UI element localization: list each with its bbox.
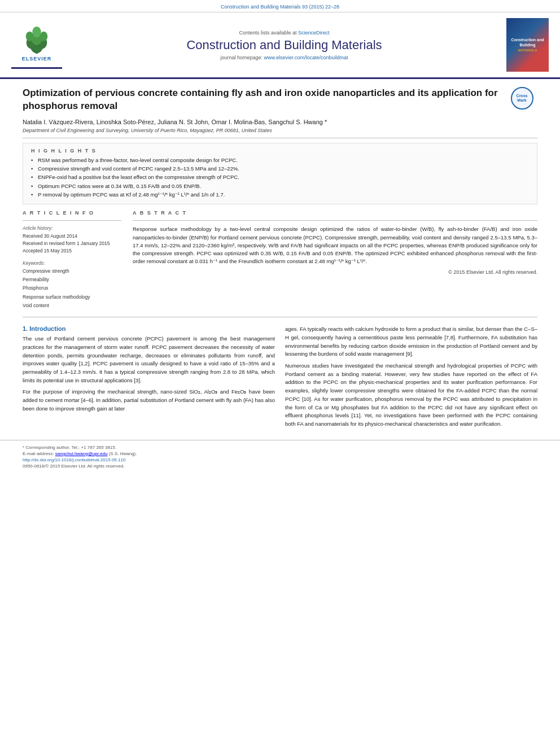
- highlight-item-1: RSM was performed by a three-factor, two…: [31, 156, 529, 164]
- accepted-date: Accepted 15 May 2015: [23, 247, 121, 255]
- divider-4: [23, 317, 537, 317]
- cover-title: Construction and Building: [509, 38, 546, 47]
- abstract-label: A B S T R A C T: [133, 210, 537, 216]
- keywords-label: Keywords:: [23, 260, 121, 266]
- highlights-list: RSM was performed by a three-factor, two…: [31, 156, 529, 198]
- elsevier-tree-icon: [17, 27, 56, 55]
- keyword-4: Response surface methodology: [23, 293, 121, 302]
- highlight-item-5: P removal by optimum PCPC was at Kf of 2…: [31, 191, 529, 198]
- introduction-section: 1. Introduction The use of Portland ceme…: [23, 325, 537, 432]
- intro-para-2: For the purpose of improving the mechani…: [23, 388, 275, 413]
- keyword-2: Permeability: [23, 276, 121, 284]
- highlight-item-3: ENPFe-oxid had a positive but the least …: [31, 173, 529, 181]
- article-info-label: A R T I C L E I N F O: [23, 210, 121, 216]
- keyword-1: Compressive strength: [23, 267, 121, 276]
- email-suffix: (S.S. Hwang).: [109, 451, 137, 456]
- abstract-column: A B S T R A C T Response surface methodo…: [133, 210, 537, 310]
- history-label: Article history:: [23, 225, 121, 231]
- revised-date: Received in revised form 1 January 2015: [23, 240, 121, 247]
- intro-para-3: ages. FA typically reacts with calcium h…: [285, 325, 537, 359]
- top-bar: Construction and Building Materials 93 (…: [0, 0, 560, 12]
- footer-corresponding-note: * Corresponding author. Tel.: +1 787 265…: [23, 445, 537, 450]
- article-body: Optimization of pervious concrete contai…: [0, 79, 560, 440]
- journal-cover-image: Construction and Building MATERIALS: [506, 18, 549, 72]
- article-info-abstract-section: A R T I C L E I N F O Article history: R…: [23, 210, 537, 310]
- divider-2: [23, 220, 121, 221]
- page: Construction and Building Materials 93 (…: [0, 0, 560, 747]
- journal-center-section: Contents lists available at ScienceDirec…: [73, 30, 495, 60]
- crossmark-badge[interactable]: CrossMark: [506, 87, 537, 110]
- abstract-text: Response surface methodology by a two-le…: [133, 225, 537, 265]
- journal-main-title: Construction and Building Materials: [73, 38, 495, 53]
- highlight-item-2: Compressive strength and void content of…: [31, 165, 529, 172]
- sciencedirect-line: Contents lists available at ScienceDirec…: [73, 30, 495, 36]
- authors-line: Natalia I. Vázquez-Rivera, Linoshka Soto…: [23, 119, 537, 125]
- email-link[interactable]: sangchul.hwang@upr.edu: [55, 451, 108, 456]
- issn-line: 0950-0618/© 2015 Elsevier Ltd. All right…: [23, 464, 537, 469]
- intro-para-1: The use of Portland cement pervious conc…: [23, 335, 275, 385]
- svg-point-6: [40, 32, 47, 41]
- intro-col-right: ages. FA typically reacts with calcium h…: [285, 325, 537, 432]
- received-date: Received 30 August 2014: [23, 233, 121, 240]
- email-label: E-mail address:: [23, 451, 54, 456]
- keywords-list: Compressive strength Permeability Phosph…: [23, 267, 121, 310]
- footer: * Corresponding author. Tel.: +1 787 265…: [0, 440, 560, 474]
- keyword-5: Void content: [23, 302, 121, 310]
- copyright-line: © 2015 Elsevier Ltd. All rights reserved…: [133, 269, 537, 275]
- article-info-column: A R T I C L E I N F O Article history: R…: [23, 210, 121, 310]
- keyword-3: Phosphorus: [23, 284, 121, 292]
- crossmark-icon: CrossMark: [511, 87, 533, 110]
- divider-3: [133, 220, 537, 221]
- cover-subtitle: MATERIALS: [518, 49, 537, 52]
- journal-homepage-line: journal homepage: www.elsevier.com/locat…: [73, 55, 495, 60]
- affiliation-text: Department of Civil Engineering and Surv…: [23, 128, 537, 133]
- intro-heading: 1. Introduction: [23, 325, 275, 332]
- divider-1: [23, 138, 537, 138]
- svg-point-5: [26, 32, 33, 41]
- article-title-section: Optimization of pervious concrete contai…: [23, 87, 537, 113]
- doi-link[interactable]: http://dx.doi.org/10.1016/j.conbuildmat.…: [23, 457, 537, 462]
- sciencedirect-link[interactable]: ScienceDirect: [298, 30, 330, 36]
- highlights-section: H I G H L I G H T S RSM was performed by…: [23, 143, 537, 204]
- intro-para-4: Numerous studies have investigated the m…: [285, 362, 537, 429]
- svg-point-7: [32, 27, 41, 37]
- elsevier-logo-section: ELSEVIER: [11, 21, 62, 69]
- intro-col-left: 1. Introduction The use of Portland ceme…: [23, 325, 275, 432]
- journal-homepage-link[interactable]: www.elsevier.com/locate/conbuildmat: [264, 55, 348, 60]
- article-title-text: Optimization of pervious concrete contai…: [23, 88, 498, 111]
- journal-reference-link[interactable]: Construction and Building Materials 93 (…: [221, 4, 339, 10]
- footer-email-line: E-mail address: sangchul.hwang@upr.edu (…: [23, 451, 537, 456]
- journal-header: ELSEVIER Contents lists available at Sci…: [0, 12, 560, 79]
- highlight-item-4: Optimum PCPC ratios were at 0.34 W/B, 0.…: [31, 182, 529, 190]
- highlights-title: H I G H L I G H T S: [31, 148, 529, 154]
- elsevier-brand-text: ELSEVIER: [22, 56, 52, 62]
